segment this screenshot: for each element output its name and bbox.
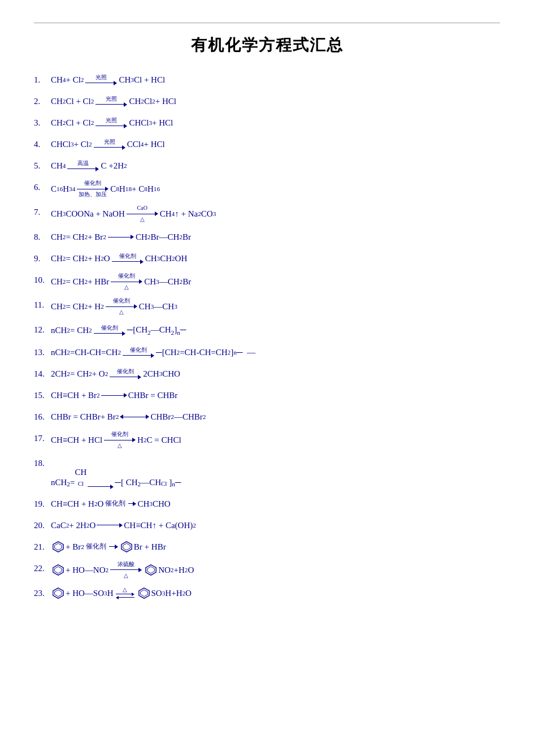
svg-marker-5: [55, 567, 62, 573]
eq-number: 7.: [34, 205, 51, 219]
equation-item: 9. CH2 = CH2 + H2O 催化剂 CH3CH2OH: [34, 252, 500, 265]
eq-number: 3.: [34, 116, 51, 129]
eq-content: CH2Cl + Cl2 光照 CH2Cl2 + HCl: [51, 94, 176, 108]
eq-number: 22.: [34, 561, 51, 575]
eq-content: CH2 = CH2 + Br2 CH2Br—CH2Br: [51, 230, 191, 244]
eq-content: CaC2 + 2H2O CH≡CH↑ + Ca(OH)2: [51, 519, 196, 532]
eq-content: CHCl3 + Cl2 光照 CCl4+ HCl: [51, 137, 165, 151]
top-divider: [34, 23, 500, 23]
eq-content: 2CH2 = CH2 + O2 催化剂 2CH3CHO: [51, 367, 180, 381]
eq-content: CH≡CH + HCl 催化剂 △ H2C = CHCl: [51, 431, 181, 448]
eq-number: 9.: [34, 252, 51, 265]
eq-number: 8.: [34, 230, 51, 244]
benzene-ring-icon: [52, 541, 64, 553]
eq-number: 11.: [34, 298, 51, 312]
eq-number: 21.: [34, 540, 51, 554]
equation-list: 1. CH4 + Cl2 光照 CH3Cl + HCl 2. CH2Cl + C…: [34, 73, 500, 600]
eq-content: CH≡CH + H2O 催化剂 CH3CHO: [51, 497, 171, 511]
eq-number: 14.: [34, 367, 51, 381]
equation-item: 2. CH2Cl + Cl2 光照 CH2Cl2 + HCl: [34, 94, 500, 108]
eq-content: + Br2 催化剂 Br + HBr: [51, 540, 166, 554]
eq-content: CH2 = CH2 + H2O 催化剂 CH3CH2OH: [51, 252, 187, 265]
eq-content: CH≡CH + Br2 CHBr = CHBr: [51, 388, 177, 402]
benzene-ring-icon: [52, 587, 64, 599]
benzene-ring-icon: [52, 564, 64, 576]
eq-content: nCH2 = CH2 催化剂 ─[CH2—CH2]n─: [51, 323, 186, 338]
equation-item: 12. nCH2 = CH2 催化剂 ─[CH2—CH2]n─: [34, 323, 500, 338]
eq-number: 6.: [34, 180, 51, 194]
reaction-arrow: 浓硫酸 △: [110, 561, 142, 578]
equation-item: 7. CH3COONa + NaOH CaO △ CH4↑ + Na2CO3: [34, 205, 500, 222]
equation-item: 6. C16H34 催化剂 加热、加压 C8H18 + C8H16: [34, 180, 500, 197]
equation-item: 8. CH2 = CH2 + Br2 CH2Br—CH2Br: [34, 230, 500, 244]
reaction-arrow: 催化剂: [112, 253, 144, 264]
equation-item: 18. nCH2 = CH Cl ─[ CH2—CH Cl: [34, 456, 500, 489]
reaction-arrow: 光照: [94, 139, 125, 150]
equation-item: 22. + HO—NO2 浓硫酸 △ NO2 +H2O: [34, 561, 500, 578]
equation-item: 4. CHCl3 + Cl2 光照 CCl4+ HCl: [34, 137, 500, 151]
equation-item: 20. CaC2 + 2H2O CH≡CH↑ + Ca(OH)2: [34, 519, 500, 532]
reaction-arrow: 光照: [85, 75, 117, 85]
svg-marker-1: [55, 543, 62, 550]
equation-item: 1. CH4 + Cl2 光照 CH3Cl + HCl: [34, 73, 500, 87]
eq-number: 20.: [34, 519, 51, 532]
equation-item: 11. CH2 = CH2 + H2 催化剂 △ CH3—CH3: [34, 298, 500, 315]
eq-number: 4.: [34, 137, 51, 151]
reaction-arrow: 催化剂: [123, 347, 154, 358]
equation-item: 23. + HO—SO3H △: [34, 586, 500, 600]
eq-number: 10.: [34, 273, 51, 287]
reaction-arrow: CaO △: [127, 205, 158, 222]
eq-content: CH2 = CH2 + HBr 催化剂 △ CH3—CH2Br: [51, 273, 191, 290]
eq-number: 16.: [34, 410, 51, 424]
eq-content: nCH2=CH-CH=CH2 催化剂 ─[CH2=CH-CH=CH2]n─ —: [51, 345, 255, 359]
eq-content: CH2Cl + Cl2 光照 CHCl3 + HCl: [51, 116, 173, 129]
equation-item: 19. CH≡CH + H2O 催化剂 CH3CHO: [34, 497, 500, 511]
equation-item: 17. CH≡CH + HCl 催化剂 △ H2C = CHCl: [34, 431, 500, 448]
equation-item: 13. nCH2=CH-CH=CH2 催化剂 ─[CH2=CH-CH=CH2]n…: [34, 345, 500, 359]
equation-item: 16. CHBr = CHBr+ Br2 CHBr2—CHBr2: [34, 410, 500, 424]
svg-marker-11: [140, 590, 147, 597]
eq-number: 18.: [34, 456, 51, 470]
reaction-arrow: 光照: [95, 118, 127, 128]
equation-item: 15. CH≡CH + Br2 CHBr = CHBr: [34, 388, 500, 402]
svg-marker-9: [55, 590, 62, 597]
reaction-arrow: 催化剂 △: [111, 273, 142, 290]
equation-item: 5. CH4 高温 C +2H2: [34, 159, 500, 172]
reaction-arrow: 催化剂 △: [104, 431, 136, 448]
equation-item: 3. CH2Cl + Cl2 光照 CHCl3 + HCl: [34, 116, 500, 129]
reaction-arrow: 催化剂: [94, 325, 125, 336]
equation-item: 10. CH2 = CH2 + HBr 催化剂 △ CH3—CH2Br: [34, 273, 500, 290]
eq-content: C16H34 催化剂 加热、加压 C8H18 + C8H16: [51, 180, 160, 197]
page-title: 有机化学方程式汇总: [34, 34, 500, 56]
eq-number: 5.: [34, 159, 51, 172]
eq-number: 19.: [34, 497, 51, 511]
benzene-ring-icon: [120, 541, 133, 553]
svg-marker-7: [147, 567, 155, 573]
eq-number: 12.: [34, 323, 51, 336]
eq-number: 1.: [34, 73, 51, 87]
equation-item: 21. + Br2 催化剂 Br + HBr: [34, 540, 500, 554]
eq-content: CH2 = CH2 + H2 催化剂 △ CH3—CH3: [51, 298, 177, 315]
eq-number: 13.: [34, 345, 51, 359]
svg-marker-3: [123, 543, 130, 550]
reaction-arrow: [108, 235, 134, 239]
eq-content: + HO—SO3H △ SO3H+H2O: [51, 586, 192, 600]
equation-item: 14. 2CH2 = CH2 + O2 催化剂 2CH3CHO: [34, 367, 500, 381]
reaction-arrow: 催化剂: [110, 369, 141, 379]
eq-number: 23.: [34, 586, 51, 600]
eq-content: + HO—NO2 浓硫酸 △ NO2 +H2O: [51, 561, 194, 578]
benzene-ring-icon: [138, 587, 150, 599]
benzene-ring-icon: [145, 564, 157, 576]
eq-number: 15.: [34, 388, 51, 402]
reaction-arrow: 催化剂 加热、加压: [77, 180, 108, 197]
eq-content: nCH2 = CH Cl ─[ CH2—CH Cl ]n─: [51, 456, 500, 489]
reaction-arrow: 催化剂 △: [106, 298, 137, 315]
eq-content: CH3COONa + NaOH CaO △ CH4↑ + Na2CO3: [51, 205, 216, 222]
eq-number: 17.: [34, 431, 51, 445]
reaction-arrow: 光照: [95, 96, 127, 107]
reaction-arrow: 高温: [67, 161, 99, 171]
eq-number: 2.: [34, 94, 51, 108]
eq-content: CH4 高温 C +2H2: [51, 159, 127, 172]
eq-content: CH4 + Cl2 光照 CH3Cl + HCl: [51, 73, 165, 87]
eq-content: CHBr = CHBr+ Br2 CHBr2—CHBr2: [51, 410, 206, 424]
